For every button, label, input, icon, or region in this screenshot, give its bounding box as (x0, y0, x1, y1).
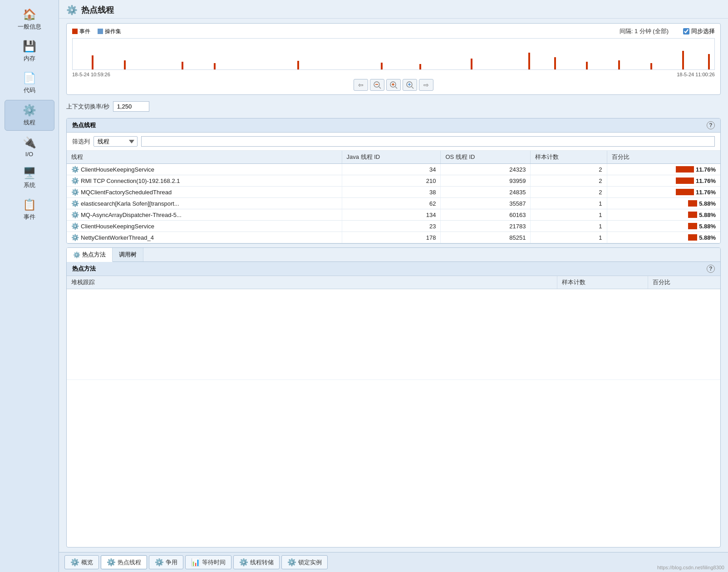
sidebar-item-memory[interactable]: 💾 内存 (5, 36, 54, 66)
col-percent-methods: 百分比 (648, 276, 720, 289)
filter-select[interactable]: 线程 Java线程ID OS线程ID (93, 136, 138, 147)
hot-threads-header: 热点线程 ? (67, 118, 720, 133)
legend-event-label: 事件 (79, 28, 90, 35)
sidebar-label-threads: 线程 (24, 118, 35, 127)
footer-hot-threads-label: 热点线程 (118, 558, 141, 567)
chart-bar (586, 62, 588, 69)
sample-count-cell: 1 (531, 232, 607, 243)
percent-bar (688, 200, 697, 207)
nav-zoom-out-button[interactable] (370, 79, 384, 91)
percent-value: 5.88% (699, 223, 716, 230)
table-row[interactable]: ⚙️RMI TCP Connection(10)-192.168.2.12109… (67, 175, 720, 187)
percent-cell: 5.88% (607, 221, 720, 232)
nav-reset-button[interactable] (386, 79, 401, 91)
footer-contention-btn[interactable]: ⚙️ 争用 (149, 555, 183, 569)
watermark: https://blog.csdn.net/liling8300 (657, 565, 724, 570)
thread-name-cell: ⚙️NettyClientWorkerThread_4 (67, 232, 342, 243)
chart-bar (381, 63, 383, 69)
percent-value: 11.76% (696, 189, 716, 196)
threads-icon: ⚙️ (23, 104, 36, 117)
hot-threads-help-icon[interactable]: ? (707, 121, 715, 129)
java-id-cell: 34 (342, 164, 441, 175)
table-row[interactable]: ⚙️NettyClientWorkerThread_41788525115.88… (67, 232, 720, 243)
hot-threads-title: 热点线程 (72, 121, 96, 129)
table-row[interactable]: ⚙️ClientHouseKeepingService232178315.88% (67, 221, 720, 232)
sidebar-item-events[interactable]: 📋 事件 (5, 195, 54, 225)
sidebar-item-threads[interactable]: ⚙️ 线程 (5, 100, 54, 131)
thread-name: ClientHouseKeepingService (81, 223, 154, 230)
chart-bar (528, 53, 530, 69)
chart-bar (297, 61, 299, 69)
tab-call-tree[interactable]: 调用树 (113, 248, 143, 261)
thread-name-cell: ⚙️ClientHouseKeepingService (67, 164, 342, 175)
sync-checkbox[interactable] (683, 28, 689, 35)
java-id-cell: 210 (342, 175, 441, 187)
percent-value: 5.88% (699, 212, 716, 218)
percent-bar (688, 212, 697, 218)
thread-status-icon: ⚙️ (71, 211, 79, 218)
table-row[interactable]: ⚙️MQClientFactoryScheduledThread38248352… (67, 187, 720, 198)
col-os-id: OS 线程 ID (441, 151, 531, 164)
os-id-cell: 93959 (441, 175, 531, 187)
footer-overview-label: 概览 (81, 558, 93, 567)
main-content: ⚙️ 热点线程 事件 操作集 间隔: 1 分钟 (全部) 同步选择 (59, 0, 728, 572)
table-row[interactable]: ⚙️elasticsearch[Karla Sofen][transport..… (67, 198, 720, 209)
nav-zoom-in-button[interactable] (403, 79, 417, 91)
percent-cell: 11.76% (607, 164, 720, 175)
methods-table-header: 堆栈跟踪 样本计数 百分比 (67, 276, 720, 289)
sample-count-cell: 1 (531, 209, 607, 221)
chart-bar (419, 64, 421, 69)
ops-color-box (98, 29, 103, 34)
footer-overview-btn[interactable]: ⚙️ 概览 (64, 555, 99, 569)
chart-bar (182, 62, 183, 69)
sidebar-label-system: 系统 (24, 181, 35, 189)
methods-table-body (67, 289, 720, 380)
percent-bar (676, 189, 694, 195)
legend-ops: 操作集 (98, 28, 121, 35)
legend-ops-label: 操作集 (105, 28, 121, 35)
thread-name-cell: ⚙️MQClientFactoryScheduledThread (67, 187, 342, 198)
context-switch-value: 1,250 (113, 101, 149, 112)
thread-name: RMI TCP Connection(10)-192.168.2.1 (81, 178, 180, 184)
footer-wait-time-btn[interactable]: 📊 等待时间 (185, 555, 231, 569)
col-thread: 线程 (67, 151, 342, 164)
sidebar-item-general[interactable]: 🏠 一般信息 (5, 5, 54, 35)
sidebar-item-io[interactable]: 🔌 I/O (5, 133, 54, 161)
footer-lock-btn[interactable]: ⚙️ 锁定实例 (281, 555, 328, 569)
page-title-icon: ⚙️ (66, 5, 78, 15)
timeline-chart[interactable] (72, 38, 715, 70)
sidebar-item-code[interactable]: 📄 代码 (5, 68, 54, 98)
timeline-interval: 间隔: 1 分钟 (全部) (620, 27, 669, 35)
percent-value: 5.88% (699, 234, 716, 241)
footer-thread-dump-btn[interactable]: ⚙️ 线程转储 (233, 555, 280, 569)
percent-bar (688, 234, 697, 241)
chart-bar (618, 60, 620, 69)
tab-hot-methods-icon: ⚙️ (73, 251, 80, 258)
table-row[interactable]: ⚙️ClientHouseKeepingService3424323211.76… (67, 164, 720, 175)
timeline-legend: 事件 操作集 间隔: 1 分钟 (全部) 同步选择 (72, 27, 715, 35)
sidebar-item-system[interactable]: 🖥️ 系统 (5, 163, 54, 193)
nav-prev-button[interactable]: ⇦ (354, 79, 368, 91)
os-id-cell: 21783 (441, 221, 531, 232)
footer-dump-icon: ⚙️ (239, 558, 248, 567)
os-id-cell: 24835 (441, 187, 531, 198)
percent-cell: 5.88% (607, 209, 720, 221)
footer-hot-threads-btn[interactable]: ⚙️ 热点线程 (101, 555, 147, 569)
percent-value: 5.88% (699, 200, 716, 207)
hot-methods-header: 热点方法 ? (67, 262, 720, 276)
percent-value: 11.76% (696, 178, 716, 184)
hot-methods-help-icon[interactable]: ? (707, 265, 715, 273)
sample-count-cell: 2 (531, 175, 607, 187)
thread-status-icon: ⚙️ (71, 200, 79, 207)
table-row[interactable]: ⚙️MQ-AsyncArrayDispatcher-Thread-5...134… (67, 209, 720, 221)
hot-methods-title: 热点方法 (72, 265, 96, 273)
chart-bar (708, 54, 710, 69)
nav-next-button[interactable]: ⇨ (419, 79, 433, 91)
chart-bar (471, 59, 472, 69)
filter-input[interactable] (141, 136, 715, 147)
methods-empty-cell (67, 289, 557, 380)
tab-hot-methods[interactable]: ⚙️ 热点方法 (67, 248, 113, 262)
footer-contention-label: 争用 (166, 558, 177, 567)
footer-nav: ⚙️ 概览 ⚙️ 热点线程 ⚙️ 争用 📊 等待时间 ⚙️ 线程转储 ⚙️ 锁定… (59, 552, 728, 572)
filter-label: 筛选列 (72, 138, 90, 146)
